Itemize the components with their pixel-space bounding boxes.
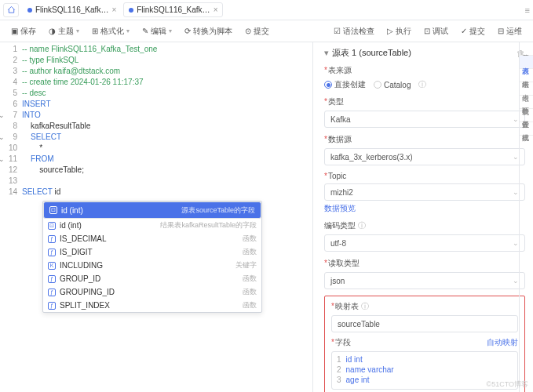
home-button[interactable] <box>3 3 19 17</box>
datasource-select[interactable]: kafka_3x_kerberos(3.x)⌄ <box>324 148 525 165</box>
chevron-down-icon: ▾ <box>169 27 172 34</box>
flink-icon <box>129 8 133 13</box>
highlight-box: *映射表 ⓘ sourceTable *字段自动映射 1id int 2name… <box>324 296 525 392</box>
mapping-input[interactable]: sourceTable <box>331 315 518 332</box>
theme-button[interactable]: ◑ 主题▾ <box>44 24 84 38</box>
rail-dim-table[interactable]: 维表 <box>520 82 533 96</box>
syntax-check-button[interactable]: ☑ 语法检查 <box>329 24 379 38</box>
info-icon[interactable]: ⓘ <box>418 79 426 90</box>
autocomplete-item[interactable]: ƒGROUPING_ID函数 <box>43 285 261 299</box>
function-icon: ƒ <box>48 302 56 310</box>
ops-button[interactable]: ⊟ 运维 <box>493 24 527 38</box>
info-icon[interactable]: ⓘ <box>361 302 369 310</box>
tab-2[interactable]: FlinkSQL116_Kafk…× <box>123 2 223 17</box>
watermark: ©51CTO博客 <box>487 379 528 390</box>
chevron-down-icon: ⌄ <box>513 153 519 161</box>
code-editor[interactable]: 12345 678910 11121314 -- name FlinkSQL11… <box>0 42 312 392</box>
topic-label: Topic <box>328 172 346 180</box>
type-label: 类型 <box>328 97 344 106</box>
mapping-label: 映射表 <box>335 302 359 310</box>
encoding-label: 编码类型 <box>324 221 356 230</box>
keyword-icon: K <box>48 262 56 270</box>
tab-1[interactable]: FlinkSQL116_Kafk…× <box>22 2 122 17</box>
close-icon[interactable]: × <box>214 5 218 14</box>
field-icon: ⊡ <box>49 206 57 214</box>
autocomplete-item[interactable]: ƒGROUP_ID函数 <box>43 272 261 285</box>
source-label: 表来源 <box>328 66 352 74</box>
format-button[interactable]: ⊞ 格式化▾ <box>87 24 134 38</box>
data-preview-link[interactable]: 数据预览 <box>324 203 356 214</box>
tab-label: FlinkSQL116_Kafk… <box>137 5 210 14</box>
type-select[interactable]: Kafka⌄ <box>324 111 525 128</box>
code-content[interactable]: -- name FlinkSQL116_Kafka_Test_one -- ty… <box>22 42 312 198</box>
chevron-down-icon: ▾ <box>126 27 130 34</box>
datasource-label: 数据源 <box>328 135 352 143</box>
chevron-down-icon: ⌄ <box>513 277 519 285</box>
function-icon: ƒ <box>48 235 56 243</box>
fields-label: 字段 <box>335 338 351 347</box>
menu-icon[interactable]: ≡ <box>525 5 530 15</box>
radio-catalog[interactable]: Catalog <box>374 79 411 90</box>
radio-direct[interactable]: 直接创建 <box>324 79 366 90</box>
right-rail: 任务详情 源表 结果表 维表 环境参数 任务设置 批模式 <box>519 42 533 392</box>
commit-button[interactable]: ⊙ 提交 <box>240 24 274 38</box>
rail-task-settings[interactable]: 任务设置 <box>520 109 533 122</box>
autocomplete-item[interactable]: KINCLUDING关键字 <box>43 259 261 272</box>
panel-title: 源表 1 (sourceTable) <box>332 47 411 59</box>
save-button[interactable]: ▣ 保存 <box>6 24 41 38</box>
function-icon: ƒ <box>48 275 56 283</box>
field-icon: ⊡ <box>48 222 56 230</box>
rail-env-params[interactable]: 环境参数 <box>520 96 533 109</box>
chevron-down-icon: ⌄ <box>513 188 519 196</box>
autocomplete-item[interactable]: ⊡id (int)结果表kafkaResultTable的字段 <box>43 219 261 232</box>
collapse-icon[interactable]: ▾ <box>324 48 329 58</box>
info-icon[interactable]: ⓘ <box>358 221 366 230</box>
chevron-down-icon: ▾ <box>76 27 79 34</box>
topic-select[interactable]: mizhi2⌄ <box>324 183 525 201</box>
auto-map-link[interactable]: 自动映射 <box>487 337 518 348</box>
tab-label: FlinkSQL116_Kafk… <box>35 5 108 14</box>
edit-button[interactable]: ✎ 编辑▾ <box>137 24 177 38</box>
field-row: 2name varchar <box>337 365 513 374</box>
function-icon: ƒ <box>48 289 56 296</box>
autocomplete-item[interactable]: ƒSPLIT_INDEX函数 <box>43 299 261 312</box>
run-button[interactable]: ▷ 执行 <box>382 24 416 38</box>
convert-button[interactable]: ⟳ 转换为脚本 <box>180 24 237 38</box>
read-type-label: 读取类型 <box>328 259 360 267</box>
autocomplete-item[interactable]: ƒIS_DIGIT函数 <box>43 245 261 259</box>
rail-task-detail[interactable]: 任务详情 <box>520 42 533 56</box>
flink-icon <box>27 8 32 13</box>
rail-source-table[interactable]: 源表 <box>520 56 533 69</box>
autocomplete-item[interactable]: ⊡id (int)源表sourceTable的字段 <box>43 201 261 219</box>
debug-button[interactable]: ⊡ 调试 <box>419 24 453 38</box>
line-gutter: 12345 678910 11121314 <box>0 42 22 198</box>
rail-result-table[interactable]: 结果表 <box>520 69 533 82</box>
field-row: 1id int <box>337 355 513 364</box>
function-icon: ƒ <box>48 249 56 256</box>
chevron-down-icon: ⌄ <box>513 239 519 247</box>
read-type-select[interactable]: json⌄ <box>324 272 525 289</box>
encoding-select[interactable]: utf-8⌄ <box>324 234 525 252</box>
autocomplete-item[interactable]: ƒIS_DECIMAL函数 <box>43 232 261 245</box>
submit-button[interactable]: ✓ 提交 <box>456 24 490 38</box>
rail-batch-mode[interactable]: 批模式 <box>520 122 533 136</box>
autocomplete-popup[interactable]: ⊡id (int)源表sourceTable的字段 ⊡id (int)结果表ka… <box>42 201 262 313</box>
config-panel: ▾ 源表 1 (sourceTable) 🗑 *表来源 直接创建 Catalog… <box>312 42 533 392</box>
close-icon[interactable]: × <box>111 5 116 14</box>
chevron-down-icon: ⌄ <box>513 115 519 123</box>
